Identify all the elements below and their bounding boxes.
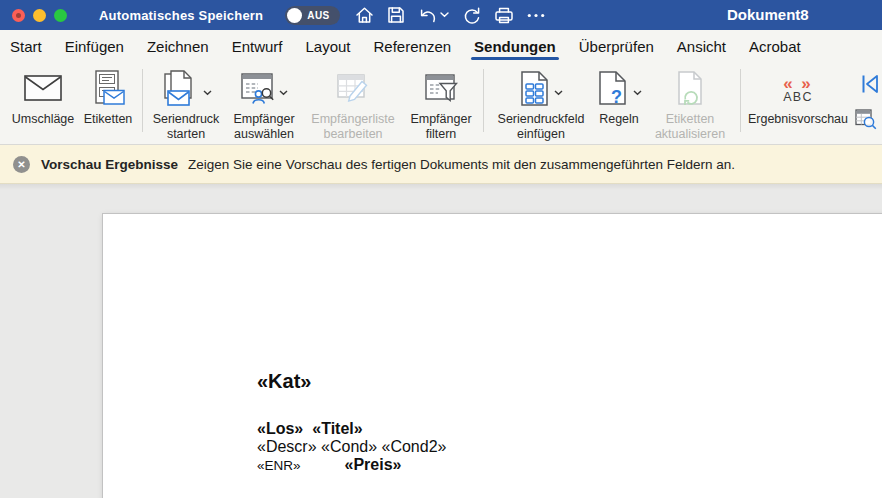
edit-recipient-list-icon <box>335 72 371 108</box>
zoom-window-button[interactable] <box>54 9 67 22</box>
merge-field-enr[interactable]: «ENR» <box>257 458 301 473</box>
find-recipient-icon <box>855 109 878 134</box>
rules-button[interactable]: ? Regeln <box>594 62 644 144</box>
tab-entwurf[interactable]: Entwurf <box>232 30 283 62</box>
merge-line-enr-preis: «ENR»«Preis» <box>257 456 446 475</box>
document-area: «Kat» «Los»«Titel» «Descr» «Cond» «Cond2… <box>0 184 882 498</box>
tab-referenzen[interactable]: Referenzen <box>374 30 452 62</box>
filter-recipients-icon <box>425 73 458 108</box>
preview-results-icon: « » ABC <box>783 76 813 104</box>
autosave-toggle-state: AUS <box>307 10 329 21</box>
rules-label: Regeln <box>599 112 639 127</box>
more-icon[interactable] <box>527 13 545 18</box>
ribbon-sendungen: Umschläge Etiketten <box>0 62 882 145</box>
first-record-icon[interactable] <box>859 73 881 99</box>
merge-line-los-titel: «Los»«Titel» <box>257 420 446 438</box>
autosave-toggle-knob <box>287 8 302 23</box>
merge-field-titel[interactable]: «Titel» <box>312 420 362 437</box>
filter-recipients-label: Empfänger filtern <box>403 112 479 141</box>
chevron-down-icon <box>279 82 288 100</box>
home-icon[interactable] <box>355 6 374 24</box>
preview-results-label: Ergebnisvorschau <box>748 112 848 127</box>
preview-results-button[interactable]: « » ABC Ergebnisvorschau <box>745 62 851 144</box>
chevron-down-icon <box>440 12 449 18</box>
window-title: Dokument8 <box>727 0 809 30</box>
ribbon-tabbar: Start Einfügen Zeichnen Entwurf Layout R… <box>0 30 882 62</box>
merge-field-kat[interactable]: «Kat» <box>257 370 446 392</box>
autosave-toggle[interactable]: AUS <box>285 6 340 25</box>
infobar-description: Zeigen Sie eine Vorschau des fertigen Do… <box>188 157 735 172</box>
undo-icon <box>418 6 437 24</box>
tab-start[interactable]: Start <box>10 30 42 62</box>
rules-icon: ? <box>597 71 629 110</box>
edit-recipient-list-label: Empfängerliste bearbeiten <box>303 112 403 141</box>
chevron-down-icon <box>203 82 212 100</box>
insert-merge-field-button[interactable]: Seriendruckfeld einfügen <box>488 62 594 144</box>
document-page[interactable]: «Kat» «Los»«Titel» «Descr» «Cond» «Cond2… <box>102 213 882 498</box>
merge-fields-block: «Kat» «Los»«Titel» «Descr» «Cond» «Cond2… <box>257 370 446 475</box>
autosave-label: Automatisches Speichern <box>99 8 263 23</box>
find-recipient-button[interactable]: Em <box>855 109 882 134</box>
tab-sendungen[interactable]: Sendungen <box>474 30 556 62</box>
envelopes-button[interactable]: Umschläge <box>8 62 78 144</box>
preview-results-infobar: ✕ Vorschau Ergebnisse Zeigen Sie eine Vo… <box>0 145 882 184</box>
chevron-down-icon <box>633 82 642 100</box>
update-labels-label: Etiketten aktualisieren <box>644 112 736 141</box>
edit-recipient-list-button: Empfängerliste bearbeiten <box>303 62 403 144</box>
ribbon-separator <box>740 69 741 132</box>
select-recipients-label: Empfänger auswählen <box>225 112 303 141</box>
merge-line-descr-cond[interactable]: «Descr» «Cond» «Cond2» <box>257 438 446 456</box>
tab-ueberpruefen[interactable]: Überprüfen <box>579 30 654 62</box>
guillemets-glyph: « » <box>783 76 813 91</box>
envelopes-label: Umschläge <box>12 112 75 127</box>
merge-field-los[interactable]: «Los» <box>257 420 303 437</box>
start-mail-merge-icon <box>161 70 199 110</box>
filter-recipients-button[interactable]: Empfänger filtern <box>403 62 479 144</box>
insert-merge-field-icon <box>519 71 550 110</box>
labels-label: Etiketten <box>84 112 133 127</box>
redo-icon[interactable] <box>462 6 481 25</box>
svg-text:?: ? <box>611 87 622 106</box>
minimize-window-button[interactable] <box>33 9 46 22</box>
print-icon[interactable] <box>494 6 514 25</box>
ribbon-separator <box>483 69 484 132</box>
update-labels-icon <box>675 71 705 110</box>
ribbon-separator <box>142 69 143 132</box>
traffic-lights <box>12 9 67 22</box>
select-recipients-icon <box>241 72 275 109</box>
infobar-title: Vorschau Ergebnisse <box>41 157 178 172</box>
record-navigation-group: Em <box>855 62 882 144</box>
labels-icon <box>90 70 126 110</box>
titlebar: Automatisches Speichern AUS <box>0 0 882 30</box>
insert-merge-field-label: Seriendruckfeld einfügen <box>488 112 594 141</box>
tab-zeichnen[interactable]: Zeichnen <box>147 30 209 62</box>
tab-einfuegen[interactable]: Einfügen <box>65 30 124 62</box>
start-mail-merge-button[interactable]: Seriendruck starten <box>147 62 225 144</box>
select-recipients-button[interactable]: Empfänger auswählen <box>225 62 303 144</box>
dismiss-circle-icon[interactable]: ✕ <box>13 156 30 173</box>
save-icon[interactable] <box>387 6 405 24</box>
envelope-icon <box>24 75 62 105</box>
merge-field-preis[interactable]: «Preis» <box>345 456 402 473</box>
labels-button[interactable]: Etiketten <box>78 62 138 144</box>
tab-layout[interactable]: Layout <box>305 30 350 62</box>
update-labels-button: Etiketten aktualisieren <box>644 62 736 144</box>
chevron-down-icon <box>554 82 563 100</box>
undo-button[interactable] <box>418 6 449 24</box>
close-window-button[interactable] <box>12 9 25 22</box>
tab-ansicht[interactable]: Ansicht <box>677 30 726 62</box>
abc-glyph: ABC <box>783 91 812 104</box>
start-mail-merge-label: Seriendruck starten <box>147 112 225 141</box>
tab-acrobat[interactable]: Acrobat <box>749 30 801 62</box>
